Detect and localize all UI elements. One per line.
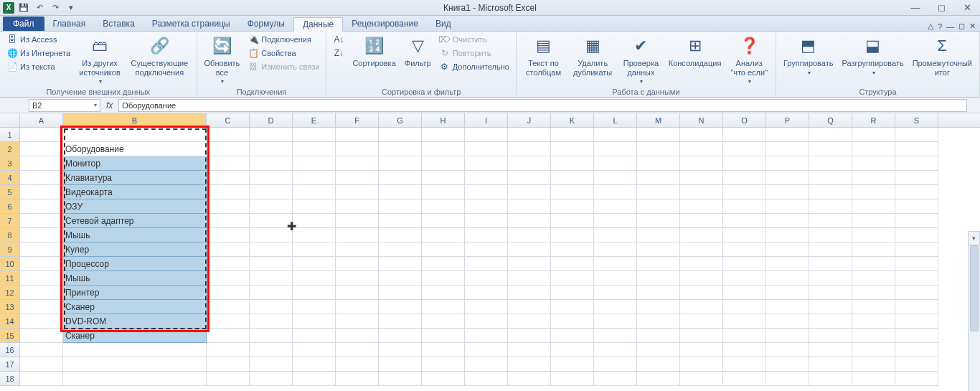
row-header-2[interactable]: 2 <box>0 142 20 156</box>
cell-S10[interactable] <box>895 257 938 271</box>
cell-N10[interactable] <box>680 257 723 271</box>
cell-C17[interactable] <box>207 357 250 372</box>
cell-J15[interactable] <box>508 329 551 343</box>
cell-P13[interactable] <box>766 300 809 314</box>
cell-G8[interactable] <box>379 228 422 242</box>
cell-Q9[interactable] <box>809 242 852 257</box>
cell-N17[interactable] <box>680 357 723 372</box>
cell-H15[interactable] <box>422 329 465 343</box>
cell-J5[interactable] <box>508 185 551 199</box>
cell-A3[interactable] <box>20 156 63 171</box>
cell-K5[interactable] <box>551 185 594 199</box>
minimize-ribbon-icon[interactable]: △ <box>928 22 933 31</box>
cell-N8[interactable] <box>680 228 723 242</box>
cell-P12[interactable] <box>766 286 809 300</box>
cell-D3[interactable] <box>250 156 293 171</box>
cell-I2[interactable] <box>465 142 508 156</box>
cell-P7[interactable] <box>766 214 809 228</box>
cell-Q18[interactable] <box>809 372 852 386</box>
cell-H11[interactable] <box>422 271 465 286</box>
cell-F5[interactable] <box>336 185 379 199</box>
cell-P9[interactable] <box>766 242 809 257</box>
cell-F6[interactable] <box>336 199 379 214</box>
filter-button[interactable]: ▽Фильтр <box>402 33 434 70</box>
qat-customize-icon[interactable]: ▾ <box>65 1 77 14</box>
cell-J13[interactable] <box>508 300 551 314</box>
cell-H8[interactable] <box>422 228 465 242</box>
cell-R14[interactable] <box>852 314 895 329</box>
cell-F3[interactable] <box>336 156 379 171</box>
cell-L4[interactable] <box>594 171 637 185</box>
cell-S2[interactable] <box>895 142 938 156</box>
cell-N18[interactable] <box>680 372 723 386</box>
cell-I4[interactable] <box>465 171 508 185</box>
cell-Q17[interactable] <box>809 357 852 372</box>
cell-P10[interactable] <box>766 257 809 271</box>
cell-K18[interactable] <box>551 372 594 386</box>
cell-G18[interactable] <box>379 372 422 386</box>
cell-N7[interactable] <box>680 214 723 228</box>
cell-L11[interactable] <box>594 271 637 286</box>
cell-O4[interactable] <box>723 171 766 185</box>
cell-I11[interactable] <box>465 271 508 286</box>
cell-B2[interactable]: Оборудование <box>63 142 207 156</box>
cell-Q1[interactable] <box>809 128 852 142</box>
cell-N13[interactable] <box>680 300 723 314</box>
cell-I3[interactable] <box>465 156 508 171</box>
cell-K14[interactable] <box>551 314 594 329</box>
cell-Q5[interactable] <box>809 185 852 199</box>
row-header-14[interactable]: 14 <box>0 314 20 329</box>
cell-K17[interactable] <box>551 357 594 372</box>
cell-O17[interactable] <box>723 357 766 372</box>
from-web-button[interactable]: 🌐Из Интернета <box>4 47 72 60</box>
cell-H3[interactable] <box>422 156 465 171</box>
cell-Q14[interactable] <box>809 314 852 329</box>
cell-R3[interactable] <box>852 156 895 171</box>
row-header-1[interactable]: 1 <box>0 128 20 142</box>
cell-M6[interactable] <box>637 199 680 214</box>
cell-E16[interactable] <box>293 343 336 357</box>
cell-G12[interactable] <box>379 286 422 300</box>
cell-G3[interactable] <box>379 156 422 171</box>
cell-O18[interactable] <box>723 372 766 386</box>
select-all-corner[interactable] <box>0 113 20 127</box>
ungroup-button[interactable]: ⬓Разгруппировать▾ <box>839 33 906 77</box>
cell-F1[interactable] <box>336 128 379 142</box>
cell-M9[interactable] <box>637 242 680 257</box>
cell-G9[interactable] <box>379 242 422 257</box>
from-text-button[interactable]: 📄Из текста <box>4 60 72 73</box>
cell-N15[interactable] <box>680 329 723 343</box>
cell-N9[interactable] <box>680 242 723 257</box>
group-button[interactable]: ⬒Группировать▾ <box>781 33 837 77</box>
cell-I9[interactable] <box>465 242 508 257</box>
cell-I14[interactable] <box>465 314 508 329</box>
cell-S1[interactable] <box>895 128 938 142</box>
cell-M5[interactable] <box>637 185 680 199</box>
file-tab[interactable]: Файл <box>3 17 44 31</box>
cell-R7[interactable] <box>852 214 895 228</box>
connections-button[interactable]: 🔌Подключения <box>245 33 321 46</box>
cell-E17[interactable] <box>293 357 336 372</box>
subtotal-button[interactable]: ΣПромежуточный итог <box>910 33 975 78</box>
cell-J6[interactable] <box>508 199 551 214</box>
cell-E7[interactable] <box>293 214 336 228</box>
column-header-M[interactable]: M <box>637 113 680 127</box>
close-button[interactable]: ✕ <box>958 2 976 14</box>
cell-N12[interactable] <box>680 286 723 300</box>
cell-F12[interactable] <box>336 286 379 300</box>
cell-D6[interactable] <box>250 199 293 214</box>
row-header-12[interactable]: 12 <box>0 286 20 300</box>
cell-M4[interactable] <box>637 171 680 185</box>
cell-R16[interactable] <box>852 343 895 357</box>
cell-B4[interactable]: Клавиатура <box>63 171 207 185</box>
cell-B13[interactable]: Сканер <box>63 300 207 314</box>
cell-A12[interactable] <box>20 286 63 300</box>
column-header-R[interactable]: R <box>852 113 895 127</box>
tab-review[interactable]: Рецензирование <box>343 17 427 31</box>
cell-Q13[interactable] <box>809 300 852 314</box>
cell-C14[interactable] <box>207 314 250 329</box>
cell-K16[interactable] <box>551 343 594 357</box>
cell-E13[interactable] <box>293 300 336 314</box>
cell-D8[interactable] <box>250 228 293 242</box>
cell-G16[interactable] <box>379 343 422 357</box>
